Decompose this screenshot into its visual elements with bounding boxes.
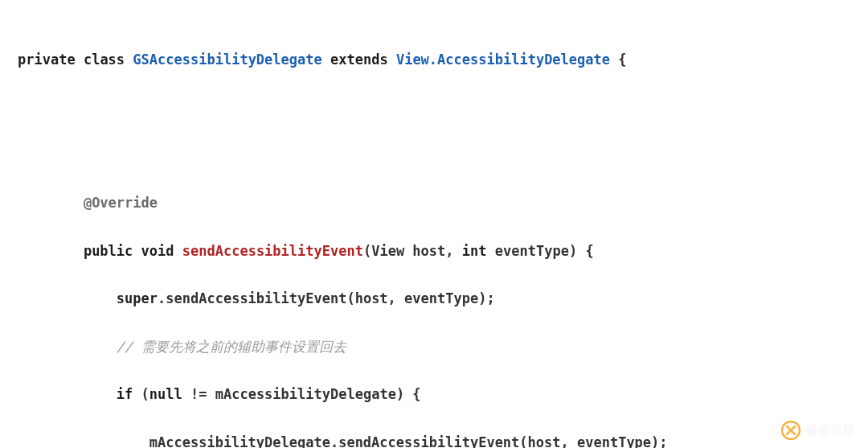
kw-int: int	[462, 243, 487, 259]
delegate-call: mAccessibilityDelegate.sendAccessibility…	[149, 434, 668, 448]
code-line: private class GSAccessibilityDelegate ex…	[18, 48, 850, 72]
kw-public: public	[84, 243, 133, 259]
code-line: super.sendAccessibilityEvent(host, event…	[18, 287, 850, 311]
neq: !=	[182, 386, 215, 402]
code-line: if (null != mAccessibilityDelegate) {	[18, 383, 850, 407]
code-line: @Override	[18, 191, 850, 216]
dot: .	[158, 290, 166, 306]
paren-open: (	[363, 243, 371, 259]
super-class: View.AccessibilityDelegate	[396, 51, 610, 68]
delegate-var: mAccessibilityDelegate	[215, 386, 396, 402]
if-open: (	[133, 386, 149, 402]
kw-void: void	[141, 243, 174, 259]
param-eventtype: eventType	[487, 243, 569, 259]
code-line: public void sendAccessibilityEvent(View …	[18, 240, 850, 264]
paren-close: )	[569, 243, 577, 259]
class-name: GSAccessibilityDelegate	[133, 51, 321, 68]
brace-open: {	[412, 386, 420, 402]
kw-class: class	[84, 51, 125, 68]
brace-open: {	[618, 51, 626, 68]
code-block: private class GSAccessibilityDelegate ex…	[0, 0, 868, 448]
kw-private: private	[18, 51, 76, 68]
code-line	[18, 144, 850, 168]
kw-if: if	[117, 386, 133, 402]
kw-extends: extends	[330, 51, 388, 68]
code-line	[18, 96, 850, 120]
method-name: sendAccessibilityEvent	[182, 243, 363, 259]
param-sep: ,	[445, 243, 461, 259]
kw-super: super	[117, 290, 158, 306]
code-line: mAccessibilityDelegate.sendAccessibility…	[18, 431, 850, 448]
annotation-override: @Override	[84, 195, 158, 211]
param-view: View host	[371, 243, 445, 259]
if-close: )	[396, 386, 412, 402]
brace-open: {	[585, 243, 593, 259]
super-send-call: sendAccessibilityEvent(host, eventType);	[166, 290, 494, 306]
code-line: // 需要先将之前的辅助事件设置回去	[18, 335, 850, 360]
kw-null: null	[149, 386, 182, 402]
comment-line-1: // 需要先将之前的辅助事件设置回去	[117, 339, 346, 355]
